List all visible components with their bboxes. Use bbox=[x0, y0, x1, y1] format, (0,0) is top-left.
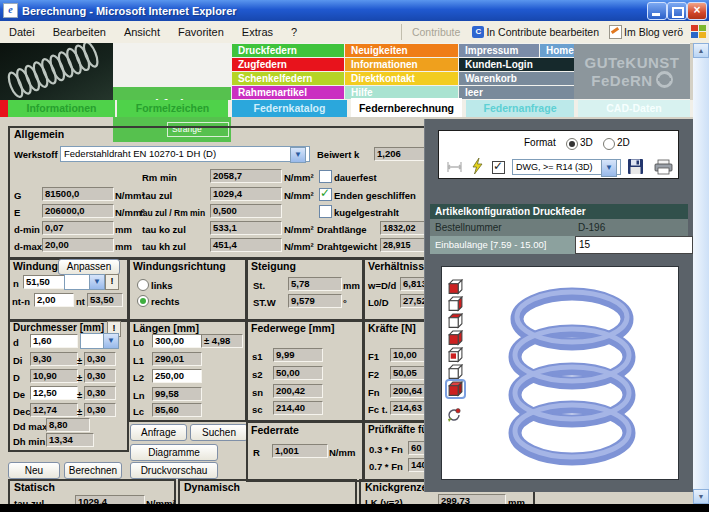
tab-informationen[interactable]: Informationen bbox=[8, 100, 115, 117]
menu-bearbeiten[interactable]: Bearbeiten bbox=[44, 22, 115, 43]
suchen-button[interactable]: Suchen bbox=[190, 424, 248, 441]
werkstoff-select[interactable]: Federstahldraht EN 10270-1 DH (D) bbox=[60, 146, 310, 162]
scroll-down-icon[interactable]: ▼ bbox=[693, 489, 709, 504]
drahtlaenge-field: 1832,02 bbox=[380, 221, 428, 235]
bestellnummer-row: Bestellnummer D-196 bbox=[430, 219, 688, 236]
save-icon[interactable] bbox=[627, 158, 644, 175]
nav-kunden-login[interactable]: Kunden-Login bbox=[459, 58, 574, 71]
nav-zugfedern[interactable]: Zugfedern bbox=[232, 58, 344, 71]
dhmin-label: Dh min bbox=[13, 436, 45, 447]
dauerfest-checkbox[interactable] bbox=[319, 170, 332, 183]
ntn-input[interactable]: 2,00 bbox=[34, 293, 74, 307]
menu-help[interactable]: ? bbox=[282, 22, 306, 43]
tab-federnkatalog[interactable]: Federnkatalog bbox=[232, 100, 347, 117]
print-icon[interactable] bbox=[654, 159, 673, 175]
l2-label: L2 bbox=[133, 372, 144, 383]
menu-favoriten[interactable]: Favoriten bbox=[169, 22, 233, 43]
werkstoff-dropdown-arrow-icon[interactable]: ▼ bbox=[290, 147, 306, 163]
nav-rahmenartikel[interactable]: Rahmenartikel bbox=[232, 86, 344, 99]
allgemein-title: Allgemein bbox=[14, 128, 64, 140]
minimize-button[interactable] bbox=[647, 2, 667, 20]
nav-leer[interactable]: leer bbox=[459, 86, 574, 99]
nav-home[interactable]: Home bbox=[540, 44, 574, 57]
rm-min-field: 2058,7 bbox=[210, 169, 282, 183]
anpassen-button[interactable]: Anpassen bbox=[58, 259, 120, 275]
kraefte-title: Kräfte [N] bbox=[368, 322, 416, 334]
d-select[interactable]: ▼ bbox=[80, 333, 119, 349]
close-button[interactable]: × bbox=[687, 2, 707, 20]
view-cube-front-icon[interactable] bbox=[447, 279, 464, 295]
p07-label: 0.7 * Fn bbox=[369, 461, 403, 472]
l0-label: L0 bbox=[133, 337, 144, 348]
dimension-icon[interactable] bbox=[446, 160, 463, 174]
viewer-option-checkbox[interactable] bbox=[492, 161, 505, 174]
federwege-title: Federwege [mm] bbox=[251, 322, 334, 334]
sn-label: sn bbox=[252, 387, 263, 398]
links-radio[interactable] bbox=[137, 279, 149, 291]
n-select[interactable]: ▼ bbox=[64, 274, 105, 290]
tab-federnanfrage[interactable]: Federnanfrage bbox=[466, 100, 574, 117]
d-input[interactable]: 1,60 bbox=[30, 334, 78, 348]
contribute-edit-button[interactable]: In Contribute bearbeiten bbox=[484, 26, 603, 38]
view-cube-left-icon[interactable] bbox=[447, 347, 464, 363]
tau-ko-unit: N/mm² bbox=[284, 224, 314, 235]
view-cube-back-icon[interactable] bbox=[447, 296, 464, 312]
dm-pm: ± bbox=[77, 372, 82, 383]
export-format-arrow-icon[interactable]: ▼ bbox=[601, 159, 617, 177]
tab-cad-daten[interactable]: CAD-Daten bbox=[578, 100, 690, 117]
format-2d-radio[interactable] bbox=[603, 138, 615, 150]
pruefkraefte-title: Prüfkräfte für bbox=[368, 424, 431, 435]
menu-ansicht[interactable]: Ansicht bbox=[115, 22, 169, 43]
anfrage-button[interactable]: Anfrage bbox=[130, 424, 187, 441]
blog-publish-button[interactable]: Im Blog verö bbox=[622, 26, 687, 38]
kugelgestrahlt-checkbox[interactable] bbox=[319, 205, 332, 218]
d-label: d bbox=[13, 337, 19, 348]
restore-button[interactable] bbox=[667, 2, 687, 20]
drahtgewicht-field: 28,915 bbox=[380, 238, 428, 252]
l0-input[interactable]: 300,00 bbox=[152, 334, 202, 348]
nav-druckfedern[interactable]: Druckfedern bbox=[232, 44, 344, 57]
view-cube-right-icon[interactable] bbox=[447, 364, 464, 380]
stw-label: ST.W bbox=[253, 297, 276, 308]
menu-datei[interactable]: Datei bbox=[0, 22, 44, 43]
tab-federnberechnung[interactable]: Federnberechnung bbox=[351, 98, 462, 117]
rotate-view-icon[interactable] bbox=[446, 407, 462, 423]
nav-direktkontakt[interactable]: Direktkontakt bbox=[345, 72, 458, 85]
regenerate-lightning-icon[interactable] bbox=[471, 158, 484, 175]
de-input[interactable]: 12,50 bbox=[30, 386, 78, 400]
ie-page-icon: e bbox=[3, 3, 18, 18]
nav-impressum[interactable]: Impressum bbox=[459, 44, 539, 57]
page-scrollbar[interactable]: ▲ ▼ bbox=[693, 43, 709, 512]
spring-3d-viewport[interactable] bbox=[441, 266, 679, 480]
n-label: n bbox=[13, 278, 19, 289]
format-3d-radio[interactable] bbox=[566, 138, 578, 150]
nav-warenkorb[interactable]: Warenkorb bbox=[459, 72, 574, 85]
spring-photo bbox=[0, 43, 113, 100]
g-field: 81500,0 bbox=[42, 187, 114, 201]
druckvorschau-button[interactable]: Druckvorschau bbox=[130, 462, 218, 479]
l2-input[interactable]: 250,00 bbox=[152, 369, 202, 383]
nav-neuigkeiten[interactable]: Neuigkeiten bbox=[345, 44, 458, 57]
nav-schenkelfedern[interactable]: Schenkelfedern bbox=[232, 72, 344, 85]
einbaulaenge-input[interactable]: 15 bbox=[575, 236, 693, 254]
menu-extras[interactable]: Extras bbox=[233, 22, 282, 43]
n-input[interactable]: 51,50 bbox=[23, 275, 65, 289]
neu-button[interactable]: Neu bbox=[8, 462, 60, 479]
rechts-radio[interactable] bbox=[137, 295, 149, 307]
enden-geschliffen-checkbox[interactable] bbox=[319, 188, 332, 201]
tab-formelzeichen[interactable]: Formelzeichen bbox=[117, 100, 228, 117]
tau-kh-field: 451,4 bbox=[210, 238, 282, 252]
view-cube-bottom-icon[interactable] bbox=[447, 330, 464, 346]
view-cube-iso-icon[interactable] bbox=[447, 381, 464, 397]
nav-informationen[interactable]: Informationen bbox=[345, 58, 458, 71]
windungen-info-button[interactable]: ! bbox=[105, 274, 119, 290]
berechnen-button[interactable]: Berechnen bbox=[64, 462, 122, 479]
tau-kh-label: tau kh zul bbox=[142, 241, 186, 252]
view-cube-top-icon[interactable] bbox=[447, 313, 464, 329]
di-field: 9,30 bbox=[30, 352, 78, 366]
toolbar-separator bbox=[401, 24, 402, 40]
f2-label: F2 bbox=[368, 369, 379, 380]
diagramme-button[interactable]: Diagramme bbox=[130, 444, 218, 461]
scroll-up-icon[interactable]: ▲ bbox=[693, 43, 709, 58]
r-label: R bbox=[253, 447, 260, 458]
